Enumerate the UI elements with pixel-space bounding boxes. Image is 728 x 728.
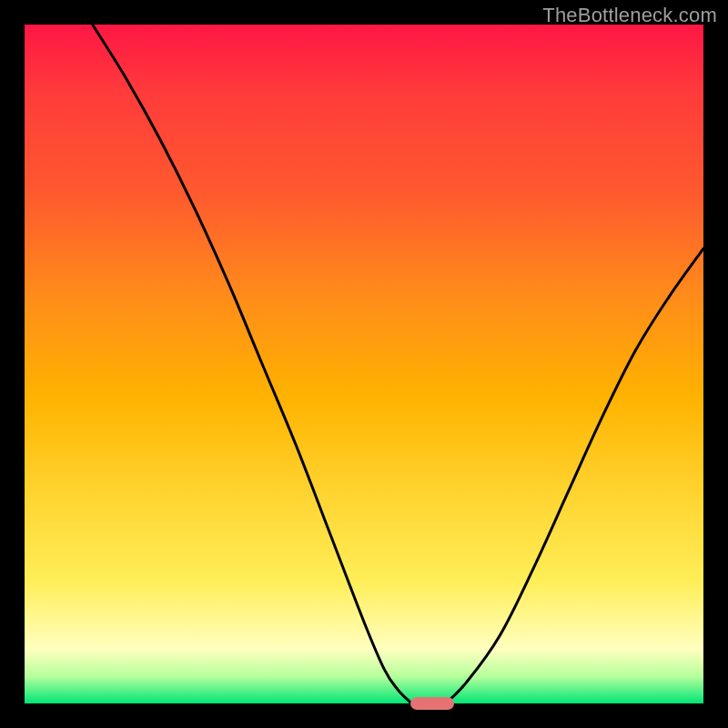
chart-container: TheBottleneck.com [0, 0, 728, 728]
right-curve [446, 248, 703, 703]
plot-area [25, 25, 703, 703]
minimum-marker [410, 697, 454, 710]
left-curve [93, 25, 412, 703]
curve-svg [25, 25, 703, 703]
